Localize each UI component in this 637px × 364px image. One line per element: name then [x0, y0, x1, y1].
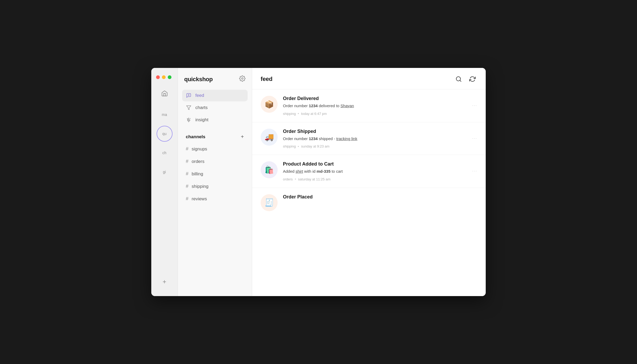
feed-item-content-cart: Product Added to Cart Added shirt with i… — [283, 161, 477, 181]
feed-time-cart: saturday at 11:25 am — [298, 177, 330, 181]
svg-line-10 — [460, 80, 461, 81]
search-button[interactable] — [454, 74, 463, 84]
feed-channel-cart: orders — [283, 177, 293, 181]
sidebar-header: quickshop — [182, 75, 248, 83]
hash-icon-shipping: # — [186, 184, 188, 189]
feed-channel-delivered: shipping — [283, 112, 296, 116]
sidebar-item-feed[interactable]: feed — [182, 90, 248, 101]
svg-marker-3 — [187, 106, 191, 110]
feed-dot-delivered — [298, 113, 299, 114]
feed-item-content-placed: Order Placed — [283, 194, 477, 201]
feed-time-delivered: today at 6:47 pm — [301, 112, 327, 116]
feed-channel-shipped: shipping — [283, 144, 296, 148]
traffic-light-yellow[interactable] — [162, 75, 166, 79]
feed-time-shipped: sunday at 9:23 am — [301, 144, 329, 148]
rail-workspace-qu[interactable]: qu — [157, 126, 173, 142]
sidebar: quickshop feed — [178, 68, 252, 296]
rail-home-icon[interactable] — [157, 85, 173, 101]
sidebar-item-insight[interactable]: insight — [182, 114, 248, 126]
main-header: feed — [252, 68, 486, 89]
rail-workspace-ma[interactable]: ma — [157, 107, 173, 123]
channels-section: channels + # signups # orders # billing … — [182, 132, 248, 205]
feed-event-desc-delivered: Order number 1234 delivered to Shayan — [283, 103, 477, 109]
feed-more-shipped[interactable]: ··· — [472, 136, 477, 141]
feed-item-content-delivered: Order Delivered Order number 1234 delive… — [283, 96, 477, 116]
channels-header: channels + — [182, 132, 248, 142]
hash-icon-reviews: # — [186, 196, 188, 202]
feed-item-order-shipped: 🚚 Order Shipped Order number 1234 shippe… — [252, 122, 486, 155]
add-channel-button[interactable]: + — [241, 134, 244, 140]
feed-meta-delivered: shipping today at 6:47 pm — [283, 112, 477, 116]
feed-event-title-placed: Order Placed — [283, 194, 477, 200]
app-window: ma qu ch gi + quickshop — [151, 68, 486, 296]
sidebar-feed-label: feed — [195, 93, 204, 98]
sidebar-title: quickshop — [184, 76, 213, 83]
insight-icon — [186, 117, 192, 123]
svg-point-0 — [242, 78, 243, 79]
feed-event-title-shipped: Order Shipped — [283, 129, 477, 134]
feed-item-icon-shipped: 🚚 — [261, 129, 278, 146]
charts-icon — [186, 105, 192, 110]
svg-point-8 — [188, 119, 190, 121]
feed-event-title-delivered: Order Delivered — [283, 96, 477, 101]
feed-dot-shipped — [298, 146, 299, 147]
traffic-lights — [151, 75, 171, 79]
sidebar-item-charts[interactable]: charts — [182, 102, 248, 114]
feed-item-icon-placed: 🧾 — [261, 194, 278, 211]
traffic-light-green[interactable] — [168, 75, 171, 79]
channel-label-billing: billing — [192, 171, 203, 177]
channel-item-orders[interactable]: # orders — [182, 155, 248, 167]
sidebar-insight-label: insight — [195, 117, 208, 123]
header-actions — [454, 74, 477, 84]
channel-item-signups[interactable]: # signups — [182, 143, 248, 155]
feed-event-desc-shipped: Order number 1234 shipped - tracking lin… — [283, 136, 477, 142]
settings-icon[interactable] — [239, 75, 246, 83]
feed-icon — [186, 93, 192, 98]
icon-rail: ma qu ch gi + — [151, 68, 178, 296]
channel-item-billing[interactable]: # billing — [182, 168, 248, 180]
rail-workspace-gi[interactable]: gi — [157, 164, 173, 180]
hash-icon-billing: # — [186, 171, 188, 177]
feed-item-order-delivered: 📦 Order Delivered Order number 1234 deli… — [252, 89, 486, 122]
hash-icon-signups: # — [186, 146, 188, 152]
main-title: feed — [261, 76, 272, 83]
feed-dot-cart — [295, 179, 296, 180]
channel-label-reviews: reviews — [192, 196, 207, 202]
channel-item-reviews[interactable]: # reviews — [182, 193, 248, 205]
feed-item-product-cart: 🛍️ Product Added to Cart Added shirt wit… — [252, 155, 486, 188]
rail-workspace-ch[interactable]: ch — [157, 145, 173, 161]
channel-label-orders: orders — [192, 159, 204, 164]
feed-meta-shipped: shipping sunday at 9:23 am — [283, 144, 477, 148]
channel-label-shipping: shipping — [192, 184, 208, 189]
channel-label-signups: signups — [192, 146, 207, 152]
add-workspace-button[interactable]: + — [160, 277, 169, 287]
feed-item-content-shipped: Order Shipped Order number 1234 shipped … — [283, 129, 477, 149]
channels-title: channels — [186, 134, 205, 140]
feed-event-desc-cart: Added shirt with id md-335 to cart — [283, 168, 477, 175]
feed-item-icon-delivered: 📦 — [261, 96, 278, 113]
feed-event-title-cart: Product Added to Cart — [283, 161, 477, 167]
traffic-light-red[interactable] — [156, 75, 160, 79]
feed-item-icon-cart: 🛍️ — [261, 161, 278, 178]
main-content: feed — [252, 68, 486, 296]
feed-more-cart[interactable]: ··· — [472, 169, 477, 174]
refresh-button[interactable] — [468, 74, 477, 84]
sidebar-charts-label: charts — [195, 105, 208, 110]
channel-item-shipping[interactable]: # shipping — [182, 180, 248, 192]
svg-line-6 — [187, 118, 188, 119]
feed-meta-cart: orders saturday at 11:25 am — [283, 177, 477, 181]
feed-more-delivered[interactable]: ··· — [472, 103, 477, 108]
feed-item-order-placed: 🧾 Order Placed — [252, 188, 486, 214]
svg-line-7 — [190, 118, 190, 119]
feed-list: 📦 Order Delivered Order number 1234 deli… — [252, 89, 486, 296]
hash-icon-orders: # — [186, 159, 188, 164]
